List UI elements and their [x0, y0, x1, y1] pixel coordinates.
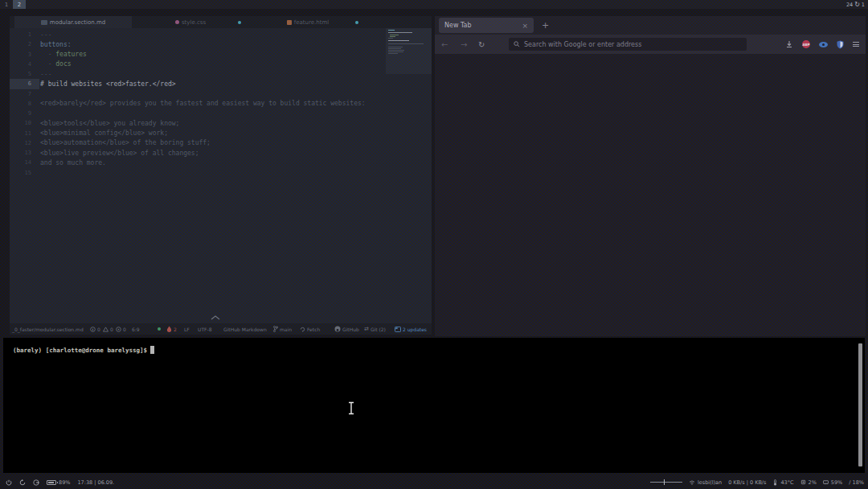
bottom-status-bar: 89% 17:38 | 06.09. lesbi(l)an 0 KB/s | 0… — [0, 475, 868, 489]
css-icon — [175, 20, 179, 24]
privacy-eye-icon[interactable] — [819, 42, 828, 47]
browser-window: New Tab × + ← → ↻ Search with Google or … — [435, 16, 866, 336]
line-number: 8 — [10, 99, 39, 109]
code-line: <blue>live preview</blue> of all changes… — [39, 148, 432, 158]
statusbar-git[interactable]: ⇄Git (2) — [364, 323, 386, 335]
new-tab-button[interactable]: + — [542, 20, 549, 31]
code-line — [39, 89, 432, 99]
editor-status-bar: _0_faster/modular.section.md 0 0 0 6:9 2… — [10, 323, 432, 335]
line-number: 2 — [10, 39, 39, 49]
cpu-icon — [800, 479, 806, 485]
fetch-icon — [300, 327, 305, 332]
branch-icon — [273, 326, 278, 332]
line-number: 4 — [10, 60, 39, 69]
modified-dot — [238, 21, 241, 24]
topbar-status: 24 ↻ 1 — [846, 1, 868, 8]
browser-toolbar-icons: ABP — [785, 35, 859, 54]
statusbar-flame[interactable]: 2 — [166, 323, 177, 335]
editor-code[interactable]: ---buttons: - features - docs---# build … — [39, 28, 432, 178]
line-number: 11 — [10, 129, 39, 138]
battery-status: 89% — [47, 479, 70, 486]
code-line — [39, 109, 432, 118]
close-tab-icon[interactable]: × — [522, 22, 528, 30]
statusbar-errors[interactable]: 0 — [116, 323, 126, 335]
code-line: <blue>minimal config</blue> work; — [39, 129, 432, 138]
line-number: 14 — [10, 158, 39, 167]
power-icon[interactable] — [6, 479, 12, 486]
code-line: <blue>automation</blue> of the boring st… — [39, 138, 432, 148]
terminal-prompt: (barely) [charlotte@drone barelyssg]$ — [13, 346, 154, 354]
code-line: # build websites <red>faster.</red> — [39, 79, 432, 88]
code-line: <red>barely</red> provides you the faste… — [39, 99, 432, 109]
statusbar-line-ending[interactable]: LF — [184, 323, 190, 335]
modified-dot — [355, 21, 358, 24]
statusbar-github[interactable]: GitHub — [334, 323, 359, 335]
desktop: 1 2 24 ↻ 1 modular.section.md style.css … — [0, 0, 868, 489]
code-line: buttons: — [39, 39, 432, 49]
editor-tab-bar: modular.section.md style.css feature.htm… — [10, 16, 432, 28]
statusbar-info[interactable]: 0 — [90, 323, 100, 335]
line-number: 15 — [10, 168, 39, 178]
terminal-scrollbar[interactable] — [858, 343, 862, 466]
line-number: 6 — [10, 79, 39, 88]
network-status[interactable]: lesbi(l)an — [689, 479, 722, 486]
editor-tab-feature-html[interactable]: feature.html — [249, 16, 366, 28]
reload-button[interactable]: ↻ — [478, 35, 485, 54]
statusbar-syntax[interactable]: GitHub Markdown — [223, 323, 267, 335]
menu-icon[interactable] — [853, 42, 859, 47]
top-bar: 1 2 24 ↻ 1 — [0, 0, 868, 9]
line-number: 1 — [10, 30, 39, 39]
restart-icon[interactable] — [19, 479, 26, 486]
git-arrows-icon: ⇄ — [364, 326, 369, 332]
download-icon[interactable] — [785, 40, 793, 48]
logout-icon[interactable] — [33, 479, 39, 486]
statusbar-updates[interactable]: 2 updates — [395, 323, 427, 335]
clock[interactable]: 17:38 | 06.09. — [77, 479, 114, 486]
bottombar-right: lesbi(l)an 0 KB/s | 0 KB/s 43°C 2% 59% /… — [650, 479, 868, 486]
editor-tab-style-css[interactable]: style.css — [132, 16, 249, 28]
statusbar-fetch[interactable]: Fetch — [300, 323, 320, 335]
flame-icon — [166, 326, 172, 332]
volume-slider[interactable] — [650, 482, 682, 483]
cpu-usage: 2% — [800, 479, 817, 486]
updates-icon — [395, 327, 401, 332]
editor-minimap[interactable] — [386, 28, 432, 74]
terminal-window[interactable]: (barely) [charlotte@drone barelyssg]$ — [3, 338, 865, 473]
line-number: 3 — [10, 50, 39, 60]
tab-label: style.css — [182, 19, 206, 26]
statusbar-encoding[interactable]: UTF-8 — [198, 323, 212, 335]
warning-icon — [103, 327, 108, 332]
code-line: --- — [39, 30, 432, 39]
editor-window: modular.section.md style.css feature.htm… — [10, 16, 432, 335]
markdown-icon — [41, 20, 47, 25]
line-number: 10 — [10, 118, 39, 128]
browser-tab-title: New Tab — [444, 22, 472, 29]
editor-tab-modular-section[interactable]: modular.section.md — [14, 16, 132, 28]
shield-icon[interactable] — [837, 40, 844, 49]
code-line: and so much more. — [39, 158, 432, 167]
url-bar[interactable]: Search with Google or enter address — [509, 38, 747, 51]
wifi-icon — [689, 480, 695, 485]
temperature: 43°C — [772, 479, 793, 486]
info-icon — [90, 327, 96, 332]
panel-toggle-chevron-icon[interactable] — [211, 315, 220, 320]
statusbar-warnings[interactable]: 0 — [103, 323, 113, 335]
browser-tab-bar: New Tab × + — [435, 16, 866, 35]
ram-icon — [823, 479, 829, 485]
back-button[interactable]: ← — [441, 35, 448, 54]
workspace-2[interactable]: 2 — [13, 0, 26, 9]
line-number: 9 — [10, 109, 39, 118]
workspace-1[interactable]: 1 — [0, 0, 13, 9]
network-traffic: 0 KB/s | 0 KB/s — [728, 479, 766, 486]
editor-body[interactable]: 123456789101112131415 ---buttons: - feat… — [10, 28, 432, 323]
pending-count: 1 — [862, 2, 865, 8]
tab-label: feature.html — [294, 19, 329, 26]
editor-gutter: 123456789101112131415 — [10, 28, 39, 323]
statusbar-branch[interactable]: main — [273, 323, 292, 335]
disk-usage: / 18% — [849, 479, 864, 486]
browser-content[interactable] — [435, 54, 866, 336]
adblock-icon[interactable]: ABP — [802, 40, 810, 48]
terminal-cursor — [150, 346, 154, 354]
forward-button[interactable]: → — [461, 35, 467, 54]
browser-tab-new-tab[interactable]: New Tab × — [439, 18, 534, 33]
